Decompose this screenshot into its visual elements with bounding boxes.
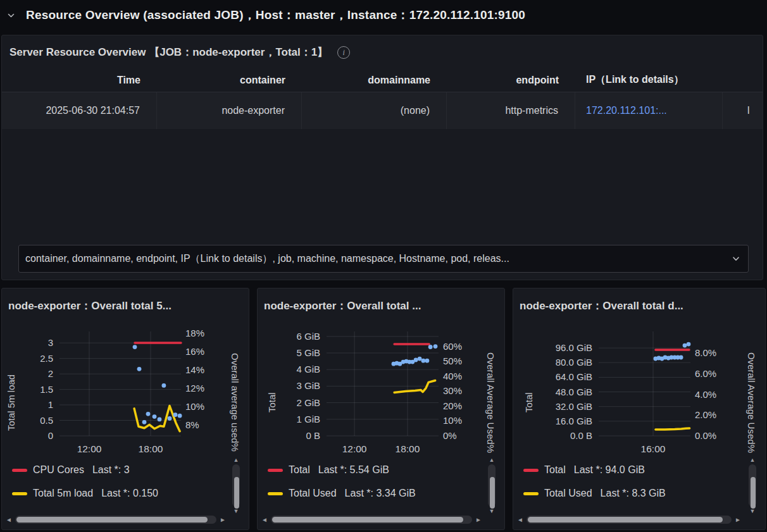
- column-header-container[interactable]: container: [157, 75, 302, 86]
- legend-series-name[interactable]: Total Used: [289, 488, 337, 499]
- series-point[interactable]: [418, 357, 422, 361]
- series-point[interactable]: [168, 416, 172, 421]
- legend-series-name[interactable]: Total: [289, 464, 310, 476]
- legend-vertical-scrollbar[interactable]: ▲ ▼: [487, 456, 496, 515]
- y-axis-tick-label: 2: [2, 368, 53, 379]
- y-axis-tick-label: 48.0 GiB: [513, 387, 592, 397]
- chart-title: node-exporter：Overall total 5...: [8, 299, 171, 313]
- scroll-left-icon[interactable]: ◄: [516, 516, 525, 523]
- series-total-used[interactable]: [394, 381, 435, 393]
- series-point[interactable]: [421, 359, 426, 363]
- legend-swatch: [268, 492, 283, 495]
- scroll-right-icon[interactable]: ►: [218, 516, 227, 523]
- y-axis-tick-label: 3 GiB: [258, 380, 320, 391]
- chevron-down-icon[interactable]: [7, 11, 15, 20]
- series-point[interactable]: [178, 414, 182, 418]
- y-axis-tick-label: 4 GiB: [258, 364, 320, 374]
- series-point[interactable]: [162, 383, 166, 388]
- vertical-scroll-thumb[interactable]: [490, 477, 495, 509]
- fields-dropdown[interactable]: container, domainname, endpoint, IP（Link…: [18, 245, 749, 273]
- vertical-scroll-track[interactable]: [749, 464, 756, 507]
- dashboard-row-header: Resource Overview (associated JOB)，Host：…: [0, 0, 767, 30]
- y-axis-tick-label: 1.5: [2, 384, 53, 395]
- scroll-up-icon[interactable]: ▲: [487, 456, 496, 464]
- series-point[interactable]: [153, 414, 157, 419]
- series-point[interactable]: [428, 345, 433, 349]
- scroll-down-icon[interactable]: ▼: [487, 507, 496, 515]
- series-point[interactable]: [137, 367, 142, 371]
- legend-series-name[interactable]: Total Used: [544, 488, 592, 499]
- series-total-5m-load[interactable]: [134, 406, 180, 431]
- table-row: 2025-06-30 21:04:57 node-exporter (none)…: [2, 92, 763, 129]
- horizontal-scroll-track[interactable]: [15, 516, 216, 524]
- y-axis-tick-label: 12%: [185, 383, 204, 393]
- y-axis-tick-label: 5 GiB: [258, 347, 320, 358]
- row-title[interactable]: Resource Overview (associated JOB)，Host：…: [26, 7, 525, 23]
- chart-legend: TotalLast *: 5.54 GiBTotal UsedLast *: 3…: [268, 463, 416, 510]
- horizontal-scroll-track[interactable]: [271, 516, 472, 524]
- legend-series-name[interactable]: Total: [544, 464, 566, 476]
- scroll-left-icon[interactable]: ◄: [4, 516, 13, 523]
- x-axis-tick-label: 12:00: [332, 443, 377, 455]
- scroll-down-icon[interactable]: ▼: [232, 507, 240, 515]
- chart-title: node-exporter：Overall total ...: [264, 299, 421, 313]
- vertical-scroll-track[interactable]: [488, 464, 496, 507]
- chart-legend: CPU CoresLast *: 3Total 5m loadLast *: 0…: [12, 463, 158, 510]
- legend-row: TotalLast *: 94.0 GiB: [523, 463, 666, 477]
- legend-series-name[interactable]: CPU Cores: [33, 464, 84, 476]
- series-point[interactable]: [425, 359, 430, 363]
- chart-plot[interactable]: [327, 331, 439, 436]
- scroll-right-icon[interactable]: ►: [474, 516, 483, 523]
- vertical-scroll-thumb[interactable]: [234, 477, 239, 509]
- column-header-time[interactable]: Time: [2, 75, 157, 86]
- table-header-row: Time container domainname endpoint IP（Li…: [2, 68, 763, 92]
- series-point[interactable]: [133, 345, 137, 349]
- y-axis-tick-label: 20%: [443, 400, 462, 411]
- series-point[interactable]: [142, 420, 147, 424]
- scroll-right-icon[interactable]: ►: [733, 516, 742, 523]
- series-point[interactable]: [173, 412, 178, 417]
- scroll-up-icon[interactable]: ▲: [748, 456, 757, 464]
- scroll-left-icon[interactable]: ◄: [260, 516, 269, 523]
- series-point[interactable]: [683, 343, 687, 348]
- cell-time: 2025-06-30 21:04:57: [2, 92, 157, 129]
- vertical-scroll-track[interactable]: [232, 464, 240, 507]
- series-point[interactable]: [414, 358, 418, 362]
- y-axis-tick-label: 3: [2, 337, 53, 348]
- y-axis-tick-label: 16%: [185, 346, 204, 357]
- chart-plot[interactable]: [599, 331, 690, 436]
- series-point[interactable]: [679, 356, 683, 360]
- chart-plot[interactable]: [59, 331, 181, 436]
- ip-details-link[interactable]: 172.20.112.101:...: [586, 105, 667, 116]
- vertical-scroll-thumb[interactable]: [751, 477, 756, 509]
- series-total-used[interactable]: [656, 428, 690, 430]
- series-point[interactable]: [158, 418, 162, 422]
- horizontal-scroll-track[interactable]: [527, 516, 732, 524]
- horizontal-scroll-thumb[interactable]: [16, 517, 208, 523]
- column-header-endpoint[interactable]: endpoint: [447, 75, 575, 86]
- panel-horizontal-scrollbar[interactable]: ◄ ►: [4, 515, 227, 524]
- panel-horizontal-scrollbar[interactable]: ◄ ►: [260, 515, 483, 524]
- legend-series-name[interactable]: Total 5m load: [33, 488, 93, 499]
- scroll-down-icon[interactable]: ▼: [748, 507, 757, 515]
- legend-row: TotalLast *: 5.54 GiB: [268, 463, 416, 477]
- y-axis-tick-label: 96.0 GiB: [513, 342, 592, 353]
- legend-vertical-scrollbar[interactable]: ▲ ▼: [748, 456, 757, 515]
- x-axis-tick-label: 18:00: [385, 443, 430, 455]
- column-header-ip[interactable]: IP（Link to details）: [575, 73, 723, 87]
- series-point[interactable]: [687, 342, 691, 347]
- horizontal-scroll-thumb[interactable]: [272, 517, 463, 523]
- horizontal-scroll-thumb[interactable]: [528, 517, 723, 523]
- column-header-domainname[interactable]: domainname: [302, 75, 447, 86]
- info-icon[interactable]: i: [337, 46, 350, 59]
- legend-row: Total 5m loadLast *: 0.150: [12, 486, 158, 500]
- chart-panel-2: node-exporter：Overall total ... Total Ov…: [257, 288, 505, 530]
- y-axis-tick-label: 64.0 GiB: [513, 371, 592, 382]
- legend-vertical-scrollbar[interactable]: ▲ ▼: [232, 456, 240, 515]
- cell-ip: 172.20.112.101:...: [575, 92, 723, 129]
- series-point[interactable]: [146, 412, 151, 416]
- series-point[interactable]: [433, 344, 438, 349]
- panel-horizontal-scrollbar[interactable]: ◄ ►: [516, 515, 742, 524]
- y-axis-tick-label: 30%: [443, 385, 462, 396]
- scroll-up-icon[interactable]: ▲: [232, 456, 240, 464]
